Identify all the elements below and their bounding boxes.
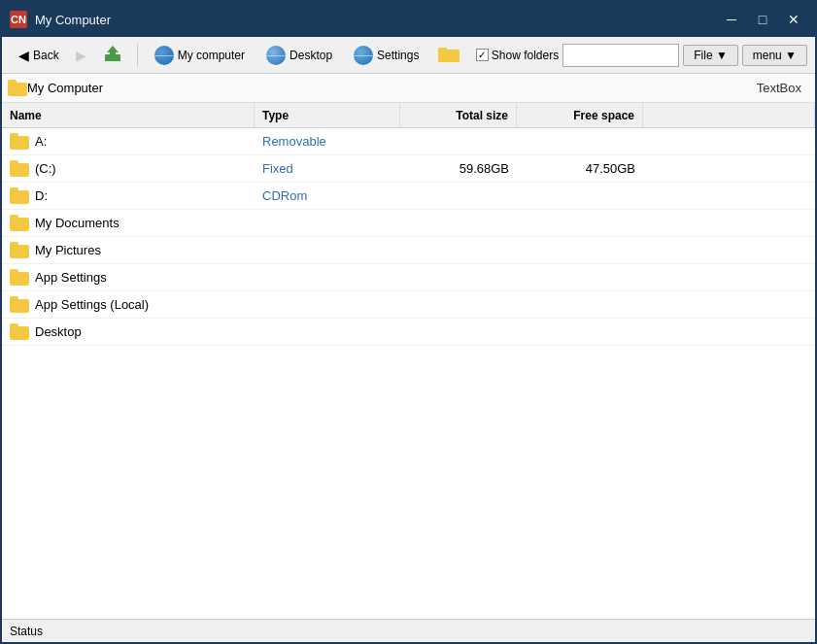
file-name: (C:) bbox=[35, 161, 56, 176]
row-folder-icon bbox=[10, 296, 29, 313]
column-headers: Name Type Total size Free space bbox=[2, 103, 815, 128]
col-header-total[interactable]: Total size bbox=[400, 103, 517, 127]
file-free-space: 47.50GB bbox=[586, 161, 635, 176]
table-row[interactable]: App Settings bbox=[2, 264, 815, 291]
settings-label: Settings bbox=[377, 49, 419, 62]
svg-rect-2 bbox=[110, 52, 116, 57]
col-header-type[interactable]: Type bbox=[255, 103, 400, 127]
menu-button[interactable]: menu ▼ bbox=[742, 45, 807, 66]
file-list: A: Removable (C:) Fixed 59.68GB bbox=[2, 128, 815, 619]
main-window: CN My Computer ─ □ ✕ ◀ Back ▶ bbox=[0, 0, 817, 644]
table-row[interactable]: A: Removable bbox=[2, 128, 815, 155]
search-input[interactable] bbox=[562, 44, 679, 67]
back-button[interactable]: ◀ Back bbox=[10, 44, 68, 67]
show-folders-checkbox[interactable]: ✓ bbox=[476, 49, 489, 61]
file-type: CDRom bbox=[262, 188, 307, 203]
folder-icon-toolbar bbox=[438, 44, 460, 66]
app-icon: CN bbox=[10, 11, 27, 28]
file-cell-name: A: bbox=[2, 133, 255, 150]
menu-label: menu ▼ bbox=[753, 49, 797, 62]
file-cell-name: App Settings (Local) bbox=[2, 296, 255, 313]
svg-marker-1 bbox=[107, 46, 119, 52]
window-title: My Computer bbox=[35, 13, 718, 27]
file-name: App Settings bbox=[35, 270, 107, 285]
file-cell-name: My Pictures bbox=[2, 242, 255, 258]
folder-button[interactable] bbox=[431, 40, 466, 70]
table-row[interactable]: D: CDRom bbox=[2, 183, 815, 210]
forward-button[interactable]: ▶ bbox=[70, 44, 92, 67]
file-name: A: bbox=[35, 134, 47, 149]
file-cell-name: My Documents bbox=[2, 215, 255, 231]
my-computer-button[interactable]: My computer bbox=[146, 42, 254, 69]
desktop-label: Desktop bbox=[289, 49, 332, 62]
table-row[interactable]: (C:) Fixed 59.68GB 47.50GB bbox=[2, 155, 815, 183]
file-cell-name: (C:) bbox=[2, 160, 255, 177]
separator-1 bbox=[137, 44, 138, 67]
file-button[interactable]: File ▼ bbox=[683, 45, 738, 66]
row-folder-icon bbox=[10, 242, 29, 258]
file-name: Desktop bbox=[35, 324, 82, 339]
window-controls: ─ □ ✕ bbox=[718, 8, 807, 31]
address-folder-icon bbox=[8, 80, 27, 96]
table-row[interactable]: Desktop bbox=[2, 319, 815, 346]
back-btn-group: ◀ Back ▶ bbox=[10, 44, 92, 67]
desktop-button[interactable]: Desktop bbox=[257, 42, 341, 69]
file-total-size: 59.68GB bbox=[460, 161, 509, 176]
file-cell-free: 47.50GB bbox=[517, 161, 643, 176]
up-button[interactable] bbox=[96, 40, 129, 70]
close-button[interactable]: ✕ bbox=[780, 8, 807, 31]
show-folders-check[interactable]: ✓ Show folders bbox=[476, 49, 559, 62]
file-name: App Settings (Local) bbox=[35, 297, 149, 312]
file-label: File ▼ bbox=[694, 49, 728, 62]
status-bar: Status bbox=[2, 619, 815, 642]
svg-rect-4 bbox=[438, 48, 447, 52]
back-label: Back bbox=[33, 49, 59, 62]
file-cell-type: Removable bbox=[255, 134, 400, 149]
toolbar-right: ✓ Show folders File ▼ menu ▼ bbox=[476, 44, 807, 67]
col-header-rest bbox=[643, 103, 815, 127]
row-folder-icon bbox=[10, 323, 29, 340]
file-cell-name: Desktop bbox=[2, 323, 255, 340]
file-cell-name: App Settings bbox=[2, 269, 255, 286]
file-cell-total: 59.68GB bbox=[400, 161, 517, 176]
title-bar: CN My Computer ─ □ ✕ bbox=[2, 2, 815, 37]
back-icon: ◀ bbox=[18, 48, 29, 63]
file-type: Removable bbox=[262, 134, 326, 149]
col-header-name[interactable]: Name bbox=[2, 103, 255, 127]
file-name: My Pictures bbox=[35, 243, 101, 257]
table-row[interactable]: My Documents bbox=[2, 210, 815, 237]
status-text: Status bbox=[10, 625, 43, 638]
minimize-button[interactable]: ─ bbox=[718, 8, 745, 31]
file-type: Fixed bbox=[262, 161, 293, 176]
address-bar: My Computer TextBox bbox=[2, 74, 815, 103]
maximize-button[interactable]: □ bbox=[749, 8, 776, 31]
col-header-free[interactable]: Free space bbox=[517, 103, 643, 127]
my-computer-icon bbox=[154, 46, 174, 65]
row-folder-icon bbox=[10, 187, 29, 204]
row-folder-icon bbox=[10, 269, 29, 286]
textbox-label: TextBox bbox=[757, 81, 809, 95]
file-cell-type: Fixed bbox=[255, 161, 400, 176]
file-cell-name: D: bbox=[2, 187, 255, 204]
file-cell-type: CDRom bbox=[255, 188, 400, 203]
file-name: D: bbox=[35, 188, 48, 203]
toolbar: ◀ Back ▶ My computer Desktop bbox=[2, 37, 815, 74]
row-folder-icon bbox=[10, 215, 29, 231]
settings-button[interactable]: Settings bbox=[345, 42, 427, 69]
forward-icon: ▶ bbox=[76, 48, 86, 63]
my-computer-label: My computer bbox=[178, 49, 245, 62]
table-row[interactable]: My Pictures bbox=[2, 237, 815, 264]
address-text: My Computer bbox=[27, 81, 757, 95]
file-name: My Documents bbox=[35, 216, 119, 230]
row-folder-icon bbox=[10, 160, 29, 177]
up-icon bbox=[103, 44, 122, 66]
row-folder-icon bbox=[10, 133, 29, 150]
desktop-icon bbox=[266, 46, 286, 65]
settings-icon bbox=[354, 46, 373, 65]
table-row[interactable]: App Settings (Local) bbox=[2, 291, 815, 319]
show-folders-label: Show folders bbox=[492, 49, 559, 62]
